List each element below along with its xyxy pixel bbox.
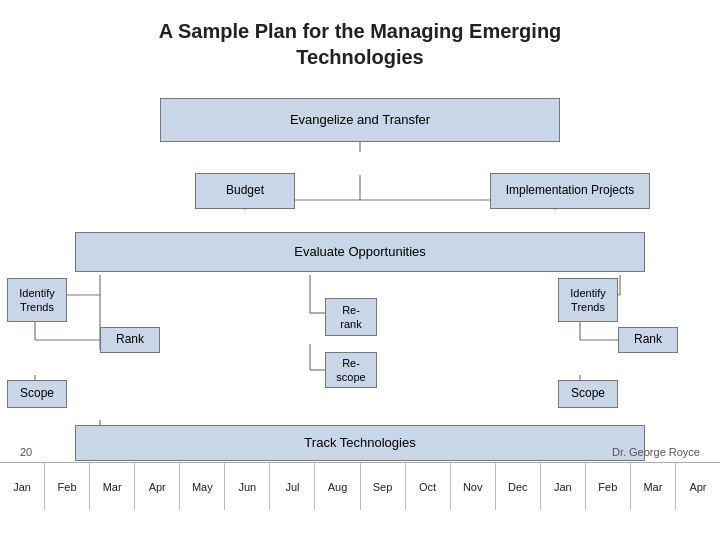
month-mar1: Mar bbox=[90, 463, 135, 510]
evangelize-box: Evangelize and Transfer bbox=[160, 98, 560, 142]
month-jun: Jun bbox=[225, 463, 270, 510]
month-may: May bbox=[180, 463, 225, 510]
attribution: Dr. George Royce bbox=[612, 446, 700, 458]
month-apr2: Apr bbox=[676, 463, 720, 510]
month-jul: Jul bbox=[270, 463, 315, 510]
month-sep: Sep bbox=[361, 463, 406, 510]
evaluate-box: Evaluate Opportunities bbox=[75, 232, 645, 272]
rescope-box: Re- scope bbox=[325, 352, 377, 388]
timeline: Jan Feb Mar Apr May Jun Jul Aug Sep Oct … bbox=[0, 462, 720, 510]
identify-trends-right-box: Identify Trends bbox=[558, 278, 618, 322]
month-feb2: Feb bbox=[586, 463, 631, 510]
rerank-box: Re- rank bbox=[325, 298, 377, 336]
month-jan2: Jan bbox=[541, 463, 586, 510]
month-nov: Nov bbox=[451, 463, 496, 510]
implementation-box: Implementation Projects bbox=[490, 173, 650, 209]
scope-right-box: Scope bbox=[558, 380, 618, 408]
scope-left-box: Scope bbox=[7, 380, 67, 408]
month-oct: Oct bbox=[406, 463, 451, 510]
identify-trends-left-box: Identify Trends bbox=[7, 278, 67, 322]
page-title: A Sample Plan for the Managing Emerging … bbox=[0, 0, 720, 80]
footer: 20 Dr. George Royce bbox=[0, 446, 720, 458]
month-dec: Dec bbox=[496, 463, 541, 510]
month-apr1: Apr bbox=[135, 463, 180, 510]
month-feb1: Feb bbox=[45, 463, 90, 510]
page-number: 20 bbox=[20, 446, 32, 458]
month-jan1: Jan bbox=[0, 463, 45, 510]
diagram-area: Evangelize and Transfer Budget Implement… bbox=[0, 80, 720, 510]
rank-right-box: Rank bbox=[618, 327, 678, 353]
rank-left-box: Rank bbox=[100, 327, 160, 353]
month-mar2: Mar bbox=[631, 463, 676, 510]
month-aug: Aug bbox=[315, 463, 360, 510]
budget-box: Budget bbox=[195, 173, 295, 209]
